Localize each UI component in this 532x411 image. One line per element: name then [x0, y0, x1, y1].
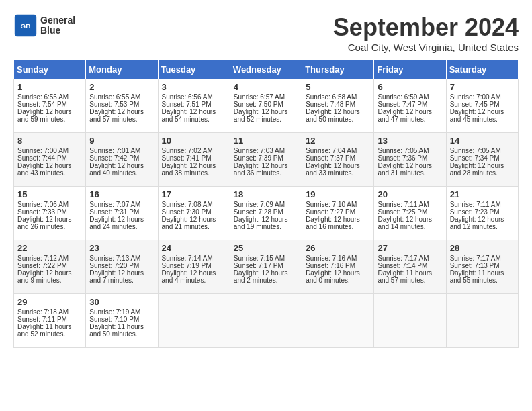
sunrise: Sunrise: 7:14 AM	[162, 255, 213, 262]
day-number: 22	[17, 243, 82, 253]
sunset: Sunset: 7:30 PM	[162, 208, 212, 216]
calendar-cell: 3Sunrise: 6:56 AMSunset: 7:51 PMDaylight…	[158, 79, 230, 133]
daylight-label: Daylight: 12 hours and 19 minutes.	[234, 216, 288, 230]
calendar-cell: 7Sunrise: 7:00 AMSunset: 7:45 PMDaylight…	[446, 79, 518, 133]
daylight-label: Daylight: 12 hours and 4 minutes.	[162, 269, 216, 284]
daylight-label: Daylight: 12 hours and 16 minutes.	[306, 216, 360, 230]
col-friday: Friday	[374, 60, 446, 79]
sunrise: Sunrise: 7:10 AM	[306, 201, 357, 208]
daylight-label: Daylight: 12 hours and 59 minutes.	[17, 108, 72, 123]
calendar-cell: 2Sunrise: 6:55 AMSunset: 7:53 PMDaylight…	[86, 79, 158, 133]
col-sunday: Sunday	[14, 60, 86, 79]
calendar-cell: 4Sunrise: 6:57 AMSunset: 7:50 PMDaylight…	[230, 79, 302, 133]
calendar-cell: 22Sunrise: 7:12 AMSunset: 7:22 PMDayligh…	[14, 240, 86, 294]
daylight-label: Daylight: 12 hours and 43 minutes.	[17, 162, 72, 177]
sunrise: Sunrise: 7:04 AM	[306, 147, 357, 154]
sunrise: Sunrise: 7:17 AM	[450, 255, 501, 262]
sunrise: Sunrise: 7:01 AM	[89, 147, 140, 154]
logo-line2: Blue	[40, 26, 75, 36]
daylight-label: Daylight: 12 hours and 24 minutes.	[89, 216, 144, 230]
sunset: Sunset: 7:45 PM	[450, 101, 500, 108]
sunset: Sunset: 7:22 PM	[17, 262, 67, 269]
sunset: Sunset: 7:53 PM	[89, 101, 139, 108]
sunrise: Sunrise: 7:06 AM	[17, 201, 69, 208]
day-number: 12	[306, 136, 370, 146]
location: Coal City, West Virginia, United States	[333, 42, 519, 53]
calendar-cell: 5Sunrise: 6:58 AMSunset: 7:48 PMDaylight…	[302, 79, 374, 133]
svg-text:GB: GB	[21, 22, 31, 30]
daylight-label: Daylight: 12 hours and 31 minutes.	[378, 162, 432, 177]
sunset: Sunset: 7:42 PM	[89, 154, 139, 162]
calendar-cell	[230, 294, 302, 348]
calendar-cell: 6Sunrise: 6:59 AMSunset: 7:47 PMDaylight…	[374, 79, 446, 133]
sunrise: Sunrise: 6:55 AM	[89, 93, 140, 101]
calendar-cell: 23Sunrise: 7:13 AMSunset: 7:20 PMDayligh…	[86, 240, 158, 294]
daylight-label: Daylight: 12 hours and 0 minutes.	[306, 269, 360, 284]
calendar-week-1: 1Sunrise: 6:55 AMSunset: 7:54 PMDaylight…	[14, 79, 519, 133]
calendar-week-5: 29Sunrise: 7:18 AMSunset: 7:11 PMDayligh…	[14, 294, 519, 348]
col-tuesday: Tuesday	[158, 60, 230, 79]
col-monday: Monday	[86, 60, 158, 79]
calendar-cell: 9Sunrise: 7:01 AMSunset: 7:42 PMDaylight…	[86, 133, 158, 187]
calendar-cell: 29Sunrise: 7:18 AMSunset: 7:11 PMDayligh…	[14, 294, 86, 348]
calendar-cell: 8Sunrise: 7:00 AMSunset: 7:44 PMDaylight…	[14, 133, 86, 187]
logo: GB General Blue	[13, 13, 75, 38]
sunrise: Sunrise: 7:05 AM	[450, 147, 501, 154]
daylight-label: Daylight: 12 hours and 45 minutes.	[450, 108, 504, 123]
daylight-label: Daylight: 12 hours and 50 minutes.	[306, 108, 360, 123]
day-number: 16	[89, 189, 154, 199]
day-number: 21	[450, 189, 515, 199]
calendar-cell: 13Sunrise: 7:05 AMSunset: 7:36 PMDayligh…	[374, 133, 446, 187]
sunset: Sunset: 7:39 PM	[234, 154, 283, 162]
daylight-label: Daylight: 11 hours and 57 minutes.	[378, 269, 432, 284]
title-block: September 2024 Coal City, West Virginia,…	[333, 13, 519, 53]
sunset: Sunset: 7:23 PM	[450, 208, 500, 216]
day-number: 19	[306, 189, 370, 199]
sunset: Sunset: 7:25 PM	[378, 208, 427, 216]
sunrise: Sunrise: 7:02 AM	[162, 147, 213, 154]
sunrise: Sunrise: 7:18 AM	[17, 308, 69, 316]
day-number: 14	[450, 136, 515, 146]
calendar-cell: 11Sunrise: 7:03 AMSunset: 7:39 PMDayligh…	[230, 133, 302, 187]
calendar-week-3: 15Sunrise: 7:06 AMSunset: 7:33 PMDayligh…	[14, 187, 519, 240]
calendar-cell: 15Sunrise: 7:06 AMSunset: 7:33 PMDayligh…	[14, 187, 86, 240]
sunrise: Sunrise: 7:09 AM	[234, 201, 285, 208]
day-number: 29	[17, 297, 82, 307]
calendar-cell: 14Sunrise: 7:05 AMSunset: 7:34 PMDayligh…	[446, 133, 518, 187]
day-number: 17	[162, 189, 226, 199]
calendar-cell: 10Sunrise: 7:02 AMSunset: 7:41 PMDayligh…	[158, 133, 230, 187]
sunset: Sunset: 7:33 PM	[17, 208, 67, 216]
logo-line1: General	[40, 15, 75, 26]
day-number: 30	[89, 297, 154, 307]
day-number: 6	[378, 82, 442, 92]
sunset: Sunset: 7:41 PM	[162, 154, 212, 162]
calendar-cell: 21Sunrise: 7:11 AMSunset: 7:23 PMDayligh…	[446, 187, 518, 240]
daylight-label: Daylight: 11 hours and 50 minutes.	[89, 323, 144, 338]
daylight-label: Daylight: 12 hours and 14 minutes.	[378, 216, 432, 230]
daylight-label: Daylight: 12 hours and 28 minutes.	[450, 162, 504, 177]
sunset: Sunset: 7:11 PM	[17, 316, 67, 323]
calendar-cell: 30Sunrise: 7:19 AMSunset: 7:10 PMDayligh…	[86, 294, 158, 348]
sunset: Sunset: 7:47 PM	[378, 101, 427, 108]
sunset: Sunset: 7:19 PM	[162, 262, 212, 269]
sunset: Sunset: 7:34 PM	[450, 154, 500, 162]
daylight-label: Daylight: 11 hours and 52 minutes.	[17, 323, 72, 338]
daylight-label: Daylight: 12 hours and 47 minutes.	[378, 108, 432, 123]
calendar-cell	[446, 294, 518, 348]
sunrise: Sunrise: 6:56 AM	[162, 93, 213, 101]
daylight-label: Daylight: 12 hours and 7 minutes.	[89, 269, 144, 284]
daylight-label: Daylight: 12 hours and 54 minutes.	[162, 108, 216, 123]
daylight-label: Daylight: 12 hours and 57 minutes.	[89, 108, 144, 123]
sunrise: Sunrise: 6:55 AM	[17, 93, 69, 101]
col-saturday: Saturday	[446, 60, 518, 79]
sunset: Sunset: 7:50 PM	[234, 101, 283, 108]
month-title: September 2024	[333, 13, 519, 42]
sunrise: Sunrise: 7:07 AM	[89, 201, 140, 208]
calendar-cell	[374, 294, 446, 348]
sunset: Sunset: 7:10 PM	[89, 316, 139, 323]
sunrise: Sunrise: 7:17 AM	[378, 255, 429, 262]
daylight-label: Daylight: 11 hours and 55 minutes.	[450, 269, 504, 284]
calendar-cell: 28Sunrise: 7:17 AMSunset: 7:13 PMDayligh…	[446, 240, 518, 294]
daylight-label: Daylight: 12 hours and 40 minutes.	[89, 162, 144, 177]
daylight-label: Daylight: 12 hours and 38 minutes.	[162, 162, 216, 177]
